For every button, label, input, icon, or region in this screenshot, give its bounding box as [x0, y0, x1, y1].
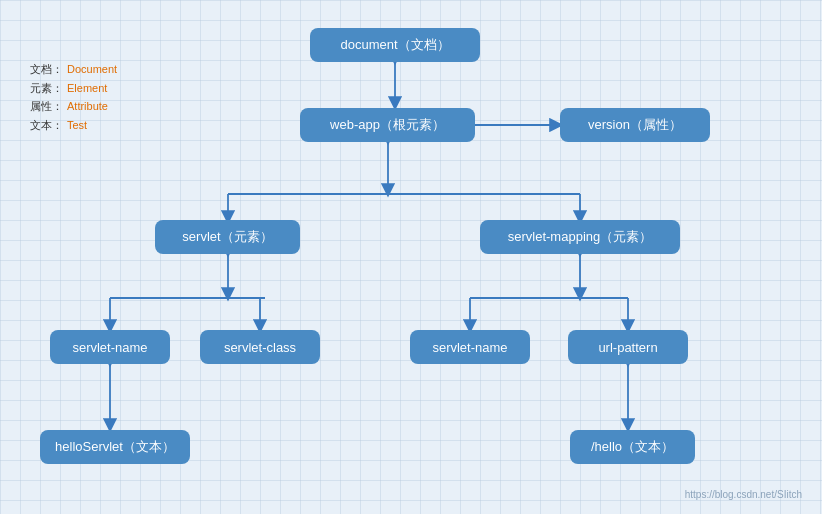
legend-label: 文本：	[30, 116, 63, 135]
legend-value: Attribute	[67, 97, 108, 116]
node-servlet-mapping: servlet-mapping（元素）	[480, 220, 680, 254]
legend-item-element: 元素： Element	[30, 79, 117, 98]
legend-value: Test	[67, 116, 87, 135]
legend-value: Document	[67, 60, 117, 79]
legend-label: 文档：	[30, 60, 63, 79]
legend-item-text: 文本： Test	[30, 116, 117, 135]
legend-label: 属性：	[30, 97, 63, 116]
legend-item-attribute: 属性： Attribute	[30, 97, 117, 116]
watermark: https://blog.csdn.net/SIitch	[685, 489, 802, 500]
node-hello: /hello（文本）	[570, 430, 695, 464]
node-version: version（属性）	[560, 108, 710, 142]
legend-value: Element	[67, 79, 107, 98]
node-servlet: servlet（元素）	[155, 220, 300, 254]
node-servlet-class: servlet-class	[200, 330, 320, 364]
node-hello-servlet: helloServlet（文本）	[40, 430, 190, 464]
legend-item-document: 文档： Document	[30, 60, 117, 79]
node-url-pattern: url-pattern	[568, 330, 688, 364]
node-servlet-name2: servlet-name	[410, 330, 530, 364]
node-servlet-name1: servlet-name	[50, 330, 170, 364]
node-webapp: web-app（根元素）	[300, 108, 475, 142]
node-document: document（文档）	[310, 28, 480, 62]
legend: 文档： Document 元素： Element 属性： Attribute 文…	[30, 60, 117, 135]
legend-label: 元素：	[30, 79, 63, 98]
